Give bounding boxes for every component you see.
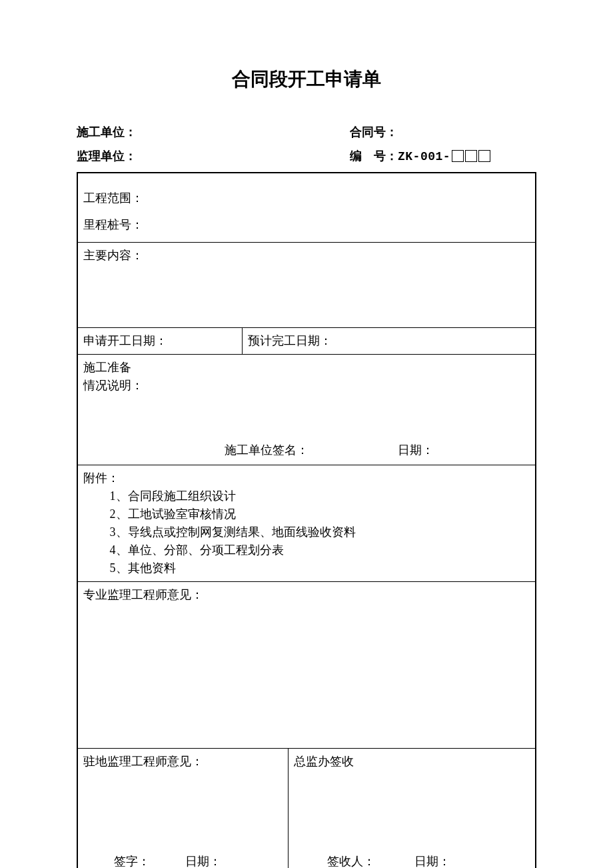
contract-no-label: 合同号：: [350, 124, 536, 140]
chief-sign-cell: 总监办签收 签收人： 日期：: [288, 749, 536, 868]
chief-sign-row: 签收人： 日期：: [289, 853, 535, 868]
se-opinion-label: 专业监理工程师意见：: [83, 586, 530, 604]
serial-box-3: [478, 150, 490, 162]
chief-signer-label: 签收人：: [294, 853, 409, 868]
supervision-unit-label: 监理单位：: [77, 148, 350, 164]
chief-sign-label: 总监办签收: [294, 753, 530, 771]
range-cell: 工程范围： 里程桩号：: [77, 173, 536, 243]
attach-item-3: 3、导线点或控制网复测结果、地面线验收资料: [110, 523, 530, 541]
re-opinion-label: 驻地监理工程师意见：: [83, 753, 283, 771]
construction-unit-label: 施工单位：: [77, 124, 350, 140]
apply-date-label: 申请开工日期：: [77, 328, 243, 355]
attach-label: 附件：: [83, 469, 530, 487]
prep-sign-row: 施工单位签名： 日期：: [78, 441, 535, 459]
serial-box-2: [465, 150, 477, 162]
attach-item-2: 2、工地试验室审核情况: [110, 505, 530, 523]
serial-no-field: 编 号：ZK-001-: [350, 148, 536, 164]
prep-cell: 施工准备 情况说明： 施工单位签名： 日期：: [77, 355, 536, 465]
main-content-cell: 主要内容：: [77, 243, 536, 328]
expect-date-label: 预计完工日期：: [243, 328, 536, 355]
prep-line1: 施工准备: [83, 359, 530, 377]
main-content-label: 主要内容：: [83, 247, 530, 265]
prep-sign-label: 施工单位签名：: [225, 441, 398, 459]
serial-box-1: [452, 150, 464, 162]
header-block: 施工单位： 合同号： 监理单位： 编 号：ZK-001-: [77, 124, 536, 164]
prep-line2: 情况说明：: [83, 377, 530, 395]
page-title: 合同段开工申请单: [77, 67, 536, 92]
serial-value: ZK-001-: [398, 150, 450, 163]
prep-date-label: 日期：: [398, 441, 535, 459]
attach-cell: 附件： 1、合同段施工组织设计 2、工地试验室审核情况 3、导线点或控制网复测结…: [77, 465, 536, 582]
serial-label: 编 号：: [350, 149, 398, 163]
range-label: 工程范围：: [83, 185, 530, 212]
re-opinion-cell: 驻地监理工程师意见： 签字： 日期：: [77, 749, 288, 868]
attach-item-4: 4、单位、分部、分项工程划分表: [110, 541, 530, 559]
re-sign-label: 签字：: [83, 853, 180, 868]
attach-item-5: 5、其他资料: [110, 559, 530, 577]
chief-date-label: 日期：: [409, 853, 530, 868]
mileage-label: 里程桩号：: [83, 212, 530, 239]
re-sign-row: 签字： 日期：: [78, 853, 288, 868]
application-form-table: 工程范围： 里程桩号： 主要内容： 申请开工日期： 预计完工日期： 施工准备 情…: [77, 172, 536, 868]
se-opinion-cell: 专业监理工程师意见：: [77, 582, 536, 749]
attach-item-1: 1、合同段施工组织设计: [110, 487, 530, 505]
re-date-label: 日期：: [180, 853, 282, 868]
